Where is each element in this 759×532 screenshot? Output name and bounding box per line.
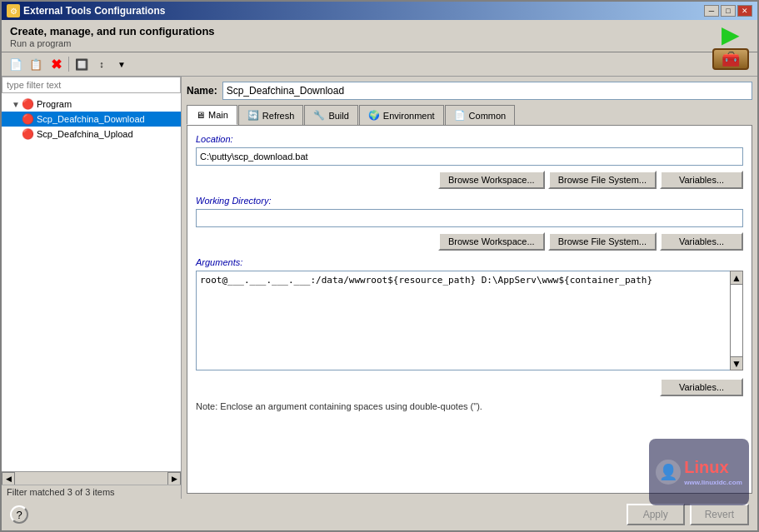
filter-input[interactable] bbox=[2, 77, 181, 93]
tab-env-icon: 🌍 bbox=[368, 110, 380, 121]
expand-arrow: ▼ bbox=[12, 100, 20, 109]
collapse-button[interactable]: ↕ bbox=[92, 55, 111, 73]
tab-main-icon: 🖥 bbox=[196, 110, 205, 120]
watermark-sub: www.linuxidc.com bbox=[684, 479, 742, 486]
horizontal-scrollbar[interactable]: ◀ ▶ bbox=[2, 471, 181, 485]
left-panel: ▼ 🔴 Program 🔴 Scp_Deafchina_Download 🔴 S… bbox=[2, 77, 182, 499]
arguments-textarea[interactable]: root@___.___.___.___:/data/wwwroot${reso… bbox=[196, 271, 743, 370]
help-button[interactable]: ? bbox=[10, 505, 28, 524]
window-icon: ⚙ bbox=[7, 4, 20, 17]
tab-refresh[interactable]: 🔄 Refresh bbox=[238, 105, 304, 125]
new-icon: 📄 bbox=[9, 58, 22, 71]
tab-main[interactable]: 🖥 Main bbox=[187, 105, 237, 125]
name-label: Name: bbox=[187, 85, 217, 97]
new-config-button[interactable]: 📄 bbox=[7, 55, 25, 73]
tab-environment[interactable]: 🌍 Environment bbox=[359, 105, 444, 125]
help-area: ? bbox=[10, 505, 622, 524]
tab-common-icon: 📄 bbox=[454, 110, 466, 121]
watermark: 👤 Linux www.linuxidc.com bbox=[649, 439, 749, 505]
main-content: ▼ 🔴 Program 🔴 Scp_Deafchina_Download 🔴 S… bbox=[2, 77, 757, 499]
working-dir-group: Working Directory: Browse Workspace... B… bbox=[196, 196, 743, 251]
filter-status: Filter matched 3 of 3 items bbox=[2, 485, 181, 499]
tree-item-label-program: Program bbox=[37, 99, 72, 109]
title-bar: ⚙ External Tools Configurations ─ □ ✕ bbox=[2, 2, 757, 20]
scroll-left-btn[interactable]: ◀ bbox=[2, 472, 15, 485]
maximize-button[interactable]: □ bbox=[721, 5, 736, 17]
filter-icon: 🔲 bbox=[75, 58, 88, 71]
right-panel: Name: 🖥 Main 🔄 Refresh 🔧 Build 🌍 bbox=[182, 77, 757, 499]
window-title: External Tools Configurations bbox=[23, 5, 165, 17]
window-controls: ─ □ ✕ bbox=[704, 5, 752, 17]
scrollbar-track bbox=[731, 285, 742, 356]
watermark-brand: Linux bbox=[684, 458, 742, 477]
watermark-text: Linux www.linuxidc.com bbox=[684, 458, 742, 486]
close-button[interactable]: ✕ bbox=[737, 5, 752, 17]
name-row: Name: bbox=[187, 82, 752, 100]
location-buttons: Browse Workspace... Browse File System..… bbox=[196, 171, 743, 189]
arguments-label: Arguments: bbox=[196, 257, 743, 267]
location-input[interactable] bbox=[196, 147, 743, 166]
toolbar-separator-1 bbox=[68, 57, 69, 72]
tab-environment-label: Environment bbox=[383, 111, 435, 121]
copy-config-button[interactable]: 📋 bbox=[27, 55, 45, 73]
watermark-avatar: 👤 bbox=[656, 460, 681, 485]
left-panel-footer: ◀ ▶ Filter matched 3 of 3 items bbox=[2, 471, 181, 499]
subtitle-area: Create, manage, and run configurations R… bbox=[2, 20, 757, 52]
working-dir-buttons: Browse Workspace... Browse File System..… bbox=[196, 232, 743, 251]
tab-main-label: Main bbox=[208, 110, 228, 120]
item-icon-upload: 🔴 bbox=[22, 128, 34, 140]
browse-workspace-1-button[interactable]: Browse Workspace... bbox=[438, 171, 545, 189]
bottom-bar: ? Apply Revert bbox=[2, 499, 757, 530]
toolbar: 📄 📋 ✖ 🔲 ↕ ▼ bbox=[2, 52, 757, 77]
scroll-track bbox=[15, 472, 167, 485]
tab-build-label: Build bbox=[328, 111, 348, 121]
dialog-subtitle: Run a program bbox=[10, 38, 691, 48]
item-icon-download: 🔴 bbox=[22, 113, 34, 125]
arguments-wrapper: root@___.___.___.___:/data/wwwroot${reso… bbox=[196, 271, 743, 373]
delete-config-button[interactable]: ✖ bbox=[47, 55, 65, 73]
tab-refresh-label: Refresh bbox=[262, 111, 295, 121]
revert-button[interactable]: Revert bbox=[690, 504, 749, 525]
tree-item-label-upload: Scp_Deafchina_Upload bbox=[37, 129, 133, 139]
variables-3-button[interactable]: Variables... bbox=[660, 378, 743, 396]
run-icon: ▶ 🧰 bbox=[712, 23, 749, 70]
tab-common-label: Common bbox=[469, 111, 507, 121]
tree-item-scp-download[interactable]: 🔴 Scp_Deafchina_Download bbox=[2, 112, 181, 127]
name-input[interactable] bbox=[222, 82, 752, 100]
tab-refresh-icon: 🔄 bbox=[247, 110, 259, 121]
browse-filesystem-1-button[interactable]: Browse File System... bbox=[548, 171, 657, 189]
copy-icon: 📋 bbox=[29, 58, 42, 71]
browse-workspace-2-button[interactable]: Browse Workspace... bbox=[438, 232, 545, 251]
location-group: Location: Browse Workspace... Browse Fil… bbox=[196, 134, 743, 189]
scrollbar-down-btn[interactable]: ▼ bbox=[731, 356, 742, 370]
watermark-logo-row: 👤 Linux www.linuxidc.com bbox=[656, 458, 742, 486]
working-dir-label: Working Directory: bbox=[196, 196, 743, 206]
main-window: ⚙ External Tools Configurations ─ □ ✕ Cr… bbox=[0, 0, 759, 532]
variables-1-button[interactable]: Variables... bbox=[660, 171, 743, 189]
tab-build-icon: 🔧 bbox=[313, 110, 325, 121]
dropdown-button[interactable]: ▼ bbox=[112, 55, 131, 73]
tabs-bar: 🖥 Main 🔄 Refresh 🔧 Build 🌍 Environment 📄 bbox=[187, 105, 752, 125]
scrollbar-up-btn[interactable]: ▲ bbox=[731, 271, 742, 285]
tab-build[interactable]: 🔧 Build bbox=[304, 105, 357, 125]
location-label: Location: bbox=[196, 134, 743, 144]
note-text: Note: Enclose an argument containing spa… bbox=[196, 401, 743, 411]
apply-button[interactable]: Apply bbox=[627, 504, 685, 525]
folder-icon: 🔴 bbox=[22, 98, 34, 110]
browse-filesystem-2-button[interactable]: Browse File System... bbox=[548, 232, 657, 251]
tree-item-program-group[interactable]: ▼ 🔴 Program bbox=[2, 97, 181, 112]
minimize-button[interactable]: ─ bbox=[704, 5, 719, 17]
variables-2-button[interactable]: Variables... bbox=[660, 232, 743, 251]
working-dir-input[interactable] bbox=[196, 209, 743, 227]
arguments-buttons: Variables... bbox=[196, 378, 743, 396]
filter-button[interactable]: 🔲 bbox=[72, 55, 91, 73]
title-bar-left: ⚙ External Tools Configurations bbox=[7, 4, 165, 17]
tree-view: ▼ 🔴 Program 🔴 Scp_Deafchina_Download 🔴 S… bbox=[2, 93, 181, 471]
tree-item-label-download: Scp_Deafchina_Download bbox=[37, 114, 145, 124]
scroll-right-btn[interactable]: ▶ bbox=[167, 472, 181, 485]
tab-common[interactable]: 📄 Common bbox=[445, 105, 516, 125]
dialog-title: Create, manage, and run configurations bbox=[10, 25, 691, 37]
arguments-group: Arguments: root@___.___.___.___:/data/ww… bbox=[196, 257, 743, 411]
arguments-scrollbar[interactable]: ▲ ▼ bbox=[730, 271, 743, 370]
tree-item-scp-upload[interactable]: 🔴 Scp_Deafchina_Upload bbox=[2, 127, 181, 142]
